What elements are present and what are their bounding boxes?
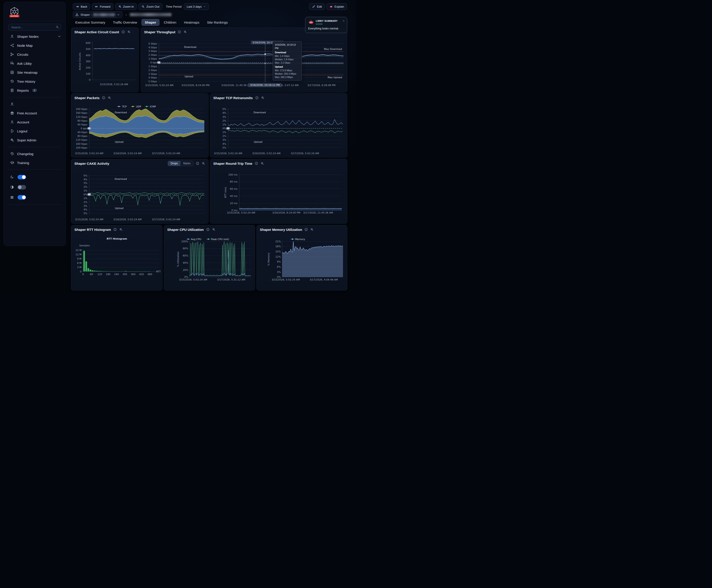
sidebar-item-shaper-nodes[interactable]: Shaper Nodes [4,32,65,41]
magnify-icon[interactable] [202,162,205,165]
svg-text:300: 300 [86,60,90,63]
magnify-icon[interactable] [183,30,187,34]
history-icon [10,79,14,83]
sidebar-item-ask-libby[interactable]: Ask Libby [4,59,65,68]
svg-text:2%: 2% [222,135,226,138]
svg-text:5%: 5% [222,146,226,149]
tab-heatmaps[interactable]: Heatmaps [181,19,203,26]
svg-text:80 ms: 80 ms [230,180,237,183]
search-input[interactable] [8,24,61,30]
svg-text:80 Kpps: 80 Kpps [78,119,88,122]
svg-text:480: 480 [147,273,152,276]
sidebar-item-account[interactable]: Account [4,118,65,127]
sidebar-user[interactable] [4,100,65,109]
svg-text:5%: 5% [222,108,226,110]
dark-mode-toggle[interactable] [18,175,26,180]
chevron-down-icon [203,5,206,8]
explain-button[interactable]: Explain [327,3,347,10]
sidebar-item-logout[interactable]: Logout [4,127,65,135]
svg-text:3/16/2026, 5:02:24 AM: 3/16/2026, 5:02:24 AM [252,152,280,155]
magnify-icon[interactable] [108,96,111,100]
card-header: Shaper Memory Utilization [257,225,347,234]
info-icon[interactable] [102,96,105,100]
gears-icon [10,138,14,142]
tooltip-time: 3/16/2026, 10:19:12 PM [275,43,299,50]
svg-text:4%: 4% [222,111,226,114]
sidebar-item-free-account[interactable]: Free Account [4,109,65,118]
sidebar-item-super-admin[interactable]: Super Admin [4,135,65,145]
anonymize-row [4,192,65,202]
forward-button[interactable]: Forward [92,3,113,10]
anonymize-toggle[interactable] [18,195,26,200]
svg-text:0 pps: 0 pps [81,127,87,130]
contrast-toggle[interactable] [18,185,26,189]
svg-text:Active Circuits: Active Circuits [79,52,81,70]
sidebar-item-label: Site Heatmap [17,70,38,75]
libby-title: LIBBY SUMMARY [316,20,338,22]
info-icon[interactable] [255,96,259,100]
sidebar-item-tree-history[interactable]: Tree History [4,77,65,86]
dark-mode-row [4,172,65,182]
svg-text:80%: 80% [183,247,188,250]
magnify-icon[interactable] [260,162,264,165]
card-title: Shaper Active Circuit Count [75,30,119,34]
sidebar-item-circuits[interactable]: Circuits [4,50,65,59]
zoom-in-icon [118,5,122,8]
svg-text:15%: 15% [275,250,281,253]
info-icon[interactable] [177,30,181,34]
cake-mode-marks[interactable]: Marks [181,161,193,166]
card-title: Shaper Throughput [144,30,175,34]
svg-text:5%: 5% [83,212,87,215]
card-cake-activity: Shaper CAKE Activity Drops Marks 5%4%3%2… [71,159,209,224]
gift-icon [10,111,14,115]
tab-executive-summary[interactable]: Executive Summary [72,19,108,26]
sidebar-item-site-heatmap[interactable]: Site Heatmap [4,68,65,77]
svg-text:40 Kpps: 40 Kpps [78,123,88,126]
back-button[interactable]: Back [73,3,90,10]
info-icon[interactable] [121,30,125,34]
info-icon[interactable] [304,228,308,231]
magnify-icon[interactable] [119,228,123,231]
cake-mode-drops[interactable]: Drops [168,161,181,166]
close-icon[interactable] [342,19,345,22]
sidebar-item-reports[interactable]: Reports 2 [4,86,65,95]
sidebar-item-label: Logout [17,129,27,133]
sidebar-item-changelog[interactable]: Changelog [4,149,65,158]
svg-text:3 M: 3 M [77,266,82,269]
zoom-in-button[interactable]: Zoom In [115,3,137,10]
magnify-icon[interactable] [127,30,131,34]
tab-children[interactable]: Children [161,19,180,26]
svg-text:4%: 4% [83,178,87,181]
sidebar-item-label: Changelog [17,152,34,156]
tab-site-rankings[interactable]: Site Rankings [204,19,231,26]
svg-text:20%: 20% [183,269,188,272]
tooltip-upload-label: Upload [275,65,299,68]
svg-text:% Utilization: % Utilization [177,252,180,267]
sidebar-item-node-map[interactable]: Node Map [4,41,65,50]
sidebar-item-training[interactable]: Training [4,158,65,167]
magnify-icon[interactable] [261,96,265,100]
svg-text:0: 0 [80,270,82,273]
zoom-out-button[interactable]: Zoom Out [139,3,162,10]
info-icon[interactable] [206,228,210,231]
magnify-icon[interactable] [212,228,215,231]
divider [7,169,62,170]
edit-button[interactable]: Edit [309,3,325,10]
tab-traffic-overview[interactable]: Traffic Overview [109,19,141,26]
svg-text:200 Kpps: 200 Kpps [76,108,87,110]
shaper-selector[interactable]: Shaper : [73,11,123,18]
chevron-down-icon[interactable] [57,35,61,38]
app-logo[interactable]: ALPHA [4,6,65,19]
svg-text:3/16/2026, 8:24:00 PM: 3/16/2026, 8:24:00 PM [272,211,300,214]
tab-shaper[interactable]: Shaper [141,19,160,26]
info-icon[interactable] [196,162,200,165]
packets-chart: 200 Kpps160 Kpps120 Kpps80 Kpps40 Kpps0 … [71,102,208,158]
memory-utilization-chart: Memory21%18%15%12%9%6%3%0%% Memory3/15/2… [257,234,347,290]
svg-text:1 Gbps: 1 Gbps [148,57,157,60]
info-icon[interactable] [113,228,117,231]
magnify-icon[interactable] [310,228,314,231]
toolbar: Back Forward Zoom In Zoom Out Time Perio… [73,3,347,10]
info-icon[interactable] [255,162,258,165]
reports-count-badge: 2 [33,89,37,92]
time-period-dropdown[interactable]: Last 3 days [184,3,209,10]
